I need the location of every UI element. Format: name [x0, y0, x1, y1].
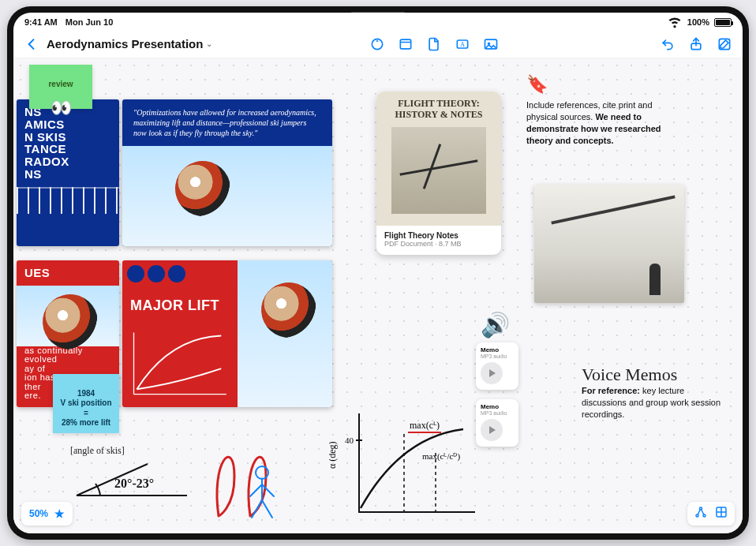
memo2-name: Memo	[481, 403, 514, 410]
compose-button[interactable]	[713, 32, 736, 56]
screen: 9:41 AM Mon Jun 10 100% Aerodynamics Pre…	[13, 13, 743, 533]
freeform-canvas[interactable]: NS AMICS N SKIS TANCE RADOX NS "Optimiza…	[13, 58, 743, 533]
svg-point-12	[703, 514, 705, 517]
voice-memo-2[interactable]: Memo MP3 audio	[476, 399, 518, 447]
bookmark-icon: 🔖	[526, 74, 548, 95]
skier-graphic-2	[17, 286, 119, 346]
add-photo-button[interactable]	[479, 32, 503, 56]
board-title[interactable]: Aerodynamics Presentation ⌄	[47, 37, 212, 50]
chevron-down-icon: ⌄	[206, 39, 212, 48]
slide-techniques-title: UES	[17, 260, 119, 286]
markup-tool-button[interactable]	[365, 32, 389, 56]
textbox-button[interactable]: A	[451, 32, 474, 56]
status-time: 9:41 AM	[24, 17, 58, 27]
slide-lift-title: MAJOR LIFT	[122, 292, 238, 320]
pdf-filename: Flight Theory Notes	[384, 231, 493, 240]
play-button[interactable]	[481, 362, 503, 384]
wifi-icon	[667, 13, 683, 31]
battery-icon	[714, 18, 732, 27]
dot-graphic	[148, 265, 165, 282]
view-tools	[687, 502, 735, 525]
sticky-lift-text: 1984 V ski position = 28% more lift	[60, 389, 111, 428]
annot-max-ratio: max(cᴸ/cᴰ)	[422, 451, 460, 462]
voice-memos-block[interactable]: Voice Memos For reference: key lecture d…	[582, 365, 724, 421]
back-button[interactable]	[20, 32, 43, 56]
memos-body-label: For reference:	[582, 386, 640, 395]
board-title-text: Aerodynamics Presentation	[47, 37, 203, 50]
skier-graphic-3	[238, 260, 332, 407]
status-bar: 9:41 AM Mon Jun 10 100%	[13, 13, 743, 30]
memo1-type: MP3 audio	[481, 353, 514, 359]
speaker-icon: 🔊	[481, 311, 510, 338]
sticky-lift-fact[interactable]: 1984 V ski position = 28% more lift	[53, 374, 119, 433]
sticky-note-button[interactable]	[394, 32, 417, 56]
pdf-flight-theory[interactable]: FLIGHT THEORY: HISTORY & NOTES Flight Th…	[376, 92, 501, 255]
favorite-icon[interactable]: ★	[54, 507, 65, 520]
play-button[interactable]	[481, 419, 503, 441]
reference-note[interactable]: Include references, cite print and physi…	[526, 99, 684, 146]
ipad-frame: 9:41 AM Mon Jun 10 100% Aerodynamics Pre…	[7, 6, 749, 540]
sticky-review[interactable]: review 👀	[29, 65, 92, 109]
toolbar: Aerodynamics Presentation ⌄ A	[13, 30, 743, 58]
skier-graphic	[122, 146, 332, 246]
graph-view-icon[interactable]	[694, 505, 708, 522]
dot-graphic	[168, 265, 185, 282]
hw-alpha-graph[interactable]: α (deg) 40 max(cᴸ) max(cᴸ/cᴰ)	[329, 406, 479, 524]
slide-major-lift[interactable]: MAJOR LIFT	[122, 260, 332, 407]
pdf-cover-title: FLIGHT THEORY: HISTORY & NOTES	[376, 98, 501, 121]
sticky-review-text: review	[36, 80, 86, 90]
annot-max-cl: max(cᴸ)	[408, 420, 441, 433]
undo-button[interactable]	[656, 32, 679, 56]
doodle-skier[interactable]	[234, 461, 290, 524]
y-axis-label: α (deg)	[329, 441, 338, 469]
svg-text:A: A	[460, 41, 465, 48]
zoom-value: 50%	[29, 508, 48, 519]
share-button[interactable]	[684, 32, 708, 56]
svg-point-11	[696, 514, 698, 517]
lift-chart	[122, 320, 238, 407]
svg-point-8	[256, 466, 268, 479]
glider-graphic	[391, 127, 486, 214]
zoom-control[interactable]: 50% ★	[21, 502, 73, 525]
voice-memo-1[interactable]: Memo MP3 audio	[476, 342, 518, 390]
battery-percent: 100%	[687, 17, 709, 27]
voice-memos-title: Voice Memos	[582, 365, 724, 385]
grid-view-icon[interactable]	[714, 505, 728, 522]
slide-quote-text: "Optimizations have allowed for increase…	[122, 99, 332, 146]
wave-graphic	[17, 187, 119, 214]
svg-point-13	[700, 507, 702, 510]
memo1-name: Memo	[481, 346, 514, 353]
photo-early-flight[interactable]	[534, 185, 684, 303]
status-date: Mon Jun 10	[65, 17, 114, 27]
dot-graphic	[127, 265, 144, 282]
svg-rect-1	[401, 39, 411, 49]
hw-angle-label[interactable]: [angle of skis]	[70, 445, 125, 457]
pdf-metadata: PDF Document · 8.7 MB	[384, 240, 493, 248]
hw-angle-value: 20°-23°	[114, 477, 154, 491]
memo2-type: MP3 audio	[481, 410, 514, 416]
add-file-button[interactable]	[422, 32, 446, 56]
slide-quote-skier[interactable]: "Optimizations have allowed for increase…	[122, 99, 332, 246]
pdf-cover: FLIGHT THEORY: HISTORY & NOTES	[376, 92, 501, 226]
svg-text:40: 40	[345, 436, 354, 445]
